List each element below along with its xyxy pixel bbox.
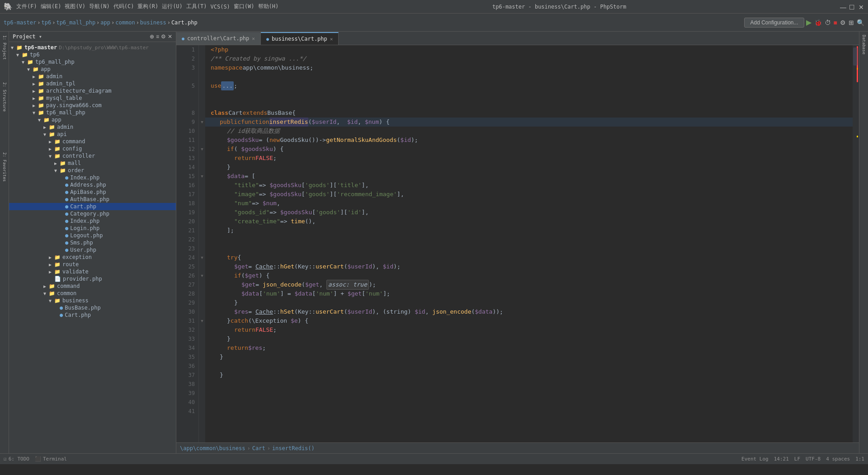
indent-display[interactable]: 4 spaces [826,456,850,462]
tree-busbase[interactable]: ▶ ● BusBase.php [9,304,176,311]
tree-controller[interactable]: ▼ 📁 controller [9,152,176,160]
fold-31[interactable]: ▼ [199,316,205,325]
tree-address[interactable]: ▶ ● Address.php [9,181,176,188]
breadcrumb-file[interactable]: Cart.php [171,19,198,26]
code-menu[interactable]: 代码(C) [113,3,134,10]
tab-business-cart[interactable]: ● business\Cart.php ✕ [261,32,339,45]
event-log-button[interactable]: Event Log [741,456,769,462]
edit-menu[interactable]: 编辑(E) [41,3,61,10]
tree-pay[interactable]: ▶ 📁 pay.singwa666.com [9,102,176,109]
tree-index-order[interactable]: ▶ ● Index.php [9,174,176,181]
scroll-map[interactable] [853,45,859,442]
view-menu[interactable]: 视图(V) [65,3,85,10]
tree-cart-business[interactable]: ▶ ● Cart.php [9,311,176,319]
minimize-button[interactable]: — [840,4,846,10]
vcs-menu[interactable]: VCS(S) [211,4,230,10]
fold-15[interactable]: ▼ [199,172,205,181]
breadcrumb-common[interactable]: common [115,19,135,26]
layout-button[interactable]: ⊞ [849,19,854,26]
close-button[interactable]: ✕ [858,4,864,10]
tree-login[interactable]: ▶ ● Login.php [9,225,176,232]
tree-cart-controller[interactable]: ▶ ● Cart.php [9,203,176,210]
tree-mysql[interactable]: ▶ 📁 mysql_table [9,94,176,102]
profile-button[interactable]: ⏱ [825,19,831,26]
breadcrumb-app[interactable]: app [100,19,110,26]
tree-tp6[interactable]: ▼ 📁 tp6 [9,51,176,58]
path-segment-app[interactable]: \app\common\business [180,445,245,451]
tree-app[interactable]: ▼ 📁 app [9,66,176,73]
tree-index2[interactable]: ▶ ● Index.php [9,217,176,225]
encoding-display[interactable]: UTF-8 [806,456,821,462]
activity-project[interactable]: 1: Project [2,35,7,60]
fold-24[interactable]: ▼ [199,253,205,262]
tree-validate[interactable]: ▶ 📁 validate [9,268,176,275]
tree-sms[interactable]: ▶ ● Sms.php [9,239,176,246]
maximize-button[interactable]: ☐ [849,4,855,10]
code-content[interactable]: <?php /** Created by singwa ...*/ namesp… [205,45,853,442]
help-menu[interactable]: 帮助(H) [258,3,279,10]
fold-9[interactable]: ▼ [199,118,205,127]
refactor-menu[interactable]: 重构(R) [137,3,158,10]
tree-authbase[interactable]: ▶ ● AuthBase.php [9,196,176,203]
nav-menu[interactable]: 导航(N) [89,3,110,10]
file-menu[interactable]: 文件(F) [16,3,37,10]
tab-close-button[interactable]: ✕ [252,36,255,42]
tree-command2[interactable]: ▶ 📁 command [9,282,176,290]
run-button[interactable]: ▶ [806,18,811,27]
tree-business[interactable]: ▼ 📁 business [9,297,176,304]
tab-close-button2[interactable]: ✕ [330,36,333,42]
tree-command[interactable]: ▶ 📁 command [9,138,176,145]
tree-root[interactable]: ▼ 📁 tp6-master D:\phpstudy_pro\WWW\tp6-m… [9,44,176,51]
tree-config[interactable]: ▶ 📁 config [9,145,176,152]
tree-provider[interactable]: ▶ 📄 provider.php [9,275,176,282]
tree-route[interactable]: ▶ 📁 route [9,261,176,268]
tree-tp6-mall-php[interactable]: ▼ 📁 tp6_mall_php [9,58,176,66]
search-button[interactable]: 🔍 [857,19,864,26]
tab-controller-cart[interactable]: ● controller\Cart.php ✕ [176,32,261,45]
tree-category[interactable]: ▶ ● Category.php [9,210,176,217]
activity-structure[interactable]: 2: Structure [2,82,7,112]
tree-admin2[interactable]: ▶ 📁 admin [9,123,176,131]
tree-order[interactable]: ▼ 📁 order [9,167,176,174]
tree-user[interactable]: ▶ ● User.php [9,246,176,254]
fold-12[interactable]: ▼ [199,145,205,154]
breadcrumb-root[interactable]: tp6-master [4,19,36,26]
project-collapse-button[interactable]: ≡ [156,33,159,40]
tree-architecture[interactable]: ▶ 📁 architecture_diagram [9,87,176,94]
code-line-10: // id获取商品数据 [205,127,853,136]
window-menu[interactable]: 窗口(W) [234,3,255,10]
todo-button[interactable]: ☑ 6: TODO [4,456,29,462]
terminal-button[interactable]: ⬛ Terminal [35,456,67,462]
php-icon: ● [65,174,68,181]
add-configuration-button[interactable]: Add Configuration... [744,18,804,28]
tree-logout[interactable]: ▶ ● Logout.php [9,232,176,239]
tree-common[interactable]: ▼ 📁 common [9,290,176,297]
activity-favorites[interactable]: 2: Favorites [2,152,7,182]
breadcrumb-mall[interactable]: tp6_mall_php [56,19,95,26]
tree-tp6-mall-php2[interactable]: ▼ 📁 tp6_mall_php [9,109,176,116]
path-segment-cart[interactable]: Cart [252,445,265,451]
database-icon[interactable]: Database [860,33,868,56]
project-hide-button[interactable]: ✕ [168,33,172,40]
line-32: 32 [178,325,195,334]
tools-menu[interactable]: 工具(T) [186,3,207,10]
tree-admin[interactable]: ▶ 📁 admin [9,73,176,80]
run-menu[interactable]: 运行(U) [162,3,183,10]
tree-app2[interactable]: ▼ 📁 app [9,116,176,123]
breadcrumb-tp6[interactable]: tp6 [41,19,51,26]
fold-26[interactable]: ▼ [199,271,205,280]
line-ending-display[interactable]: LF [794,456,800,462]
tree-exception[interactable]: ▶ 📁 exception [9,254,176,261]
project-scope-button[interactable]: ⊕ [150,33,154,40]
tree-api[interactable]: ▼ 📁 api [9,131,176,138]
project-settings-button[interactable]: ⚙ [161,33,166,40]
settings-button[interactable]: ⚙ [840,19,846,26]
stop-button[interactable]: ■ [834,19,837,26]
breadcrumb-business[interactable]: business [140,19,166,26]
tree-mall[interactable]: ▶ 📁 mall [9,160,176,167]
tree-admin-tpl[interactable]: ▶ 📁 admin_tpl [9,80,176,87]
debug-button[interactable]: 🐞 [814,19,822,26]
tree-apibase[interactable]: ▶ ● ApiBase.php [9,188,176,196]
path-segment-method[interactable]: insertRedis() [272,445,315,451]
scroll-thumb[interactable] [853,47,858,66]
